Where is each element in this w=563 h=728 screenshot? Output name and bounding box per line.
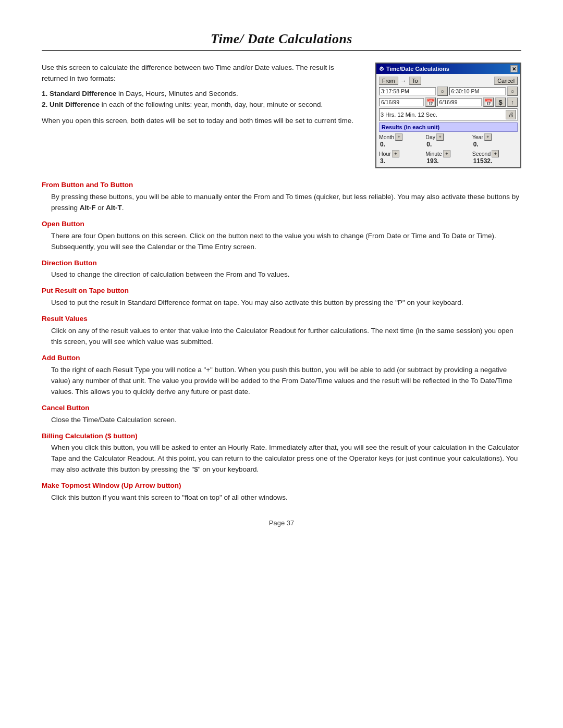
alt-t-bold: Alt-T — [106, 204, 122, 212]
arrow-icon: → — [400, 78, 408, 84]
month-add-btn[interactable]: + — [395, 133, 402, 141]
year-add-btn[interactable]: + — [484, 133, 492, 141]
minute-label: Minute — [425, 151, 442, 157]
item2-bold: 2. Unit Difference — [42, 101, 100, 108]
second-value[interactable]: 11532. — [472, 157, 518, 165]
section-topmost: Make Topmost Window (Up Arrow button) Cl… — [42, 480, 521, 503]
topmost-heading-suffix: (Up Arrow button) — [121, 482, 181, 489]
widget-row-from-to: From → To Cancel — [379, 77, 518, 85]
cancel-button-heading: Cancel Button — [42, 403, 521, 414]
result-bar: 3 Hrs. 12 Min. 12 Sec. 🖨 — [379, 108, 518, 121]
section-direction-button: Direction Button Used to change the dire… — [42, 258, 521, 281]
alt-f-bold: Alt-F — [80, 204, 96, 212]
year-value[interactable]: 0. — [472, 141, 518, 148]
day-add-btn[interactable]: + — [436, 133, 444, 141]
widget-title: Time/Date Calculations — [386, 66, 449, 72]
time-to-field[interactable]: 6:30:10 PM — [449, 87, 506, 95]
intro-paragraph1: Use this screen to calculate the differe… — [42, 63, 361, 84]
day-value[interactable]: 0. — [425, 141, 471, 148]
day-cell: Day + 0. — [425, 133, 471, 148]
widget-row-dates: 6/16/99 📅 6/16/99 📅 $ ↑ — [379, 97, 518, 107]
month-cell: Month + 0. — [379, 133, 424, 148]
cancel-button-body: Close the Time/Date Calculation screen. — [51, 415, 521, 426]
direction-button-heading: Direction Button — [42, 258, 521, 269]
year-cell: Year + 0. — [472, 133, 518, 148]
widget-icon: ⚙ — [379, 66, 384, 72]
item1-text: in Days, Hours, Minutes and Seconds. — [116, 90, 238, 97]
minute-add-btn[interactable]: + — [443, 150, 450, 157]
topmost-heading: Make Topmost Window (Up Arrow button) — [42, 480, 521, 491]
from-button[interactable]: From — [379, 77, 398, 85]
widget-close-button[interactable]: ✕ — [510, 65, 518, 72]
open-btn-date-from[interactable]: 📅 — [425, 97, 436, 107]
direction-button-body: Used to change the direction of calculat… — [51, 269, 521, 280]
from-to-body: By pressing these buttons, you will be a… — [51, 192, 521, 214]
widget-row-times: 3:17:58 PM ○ 6:30:10 PM ○ — [379, 87, 518, 96]
page-number: Page 37 — [42, 519, 521, 527]
intro-items: 1. Standard Difference in Days, Hours, M… — [42, 89, 361, 110]
intro-text: Use this screen to calculate the differe… — [42, 63, 361, 168]
results-header: Results (in each unit) — [379, 122, 518, 132]
time-from-field[interactable]: 3:17:58 PM — [379, 87, 436, 95]
hour-value[interactable]: 3. — [379, 157, 424, 165]
result-bar-text: 3 Hrs. 12 Min. 12 Sec. — [381, 112, 437, 118]
hour-label: Hour — [379, 151, 391, 157]
item2-text: in each of the following units: year, mo… — [100, 101, 323, 108]
result-values-body: Click on any of the result values to ent… — [51, 326, 521, 348]
open-button-heading: Open Button — [42, 219, 521, 230]
add-button-heading: Add Button — [42, 353, 521, 364]
section-result-values: Result Values Click on any of the result… — [42, 314, 521, 348]
item1-bold: 1. Standard Difference — [42, 90, 116, 97]
open-btn-time-from[interactable]: ○ — [437, 87, 448, 96]
billing-dollar-button[interactable]: $ — [495, 97, 506, 107]
body-content: From Button and To Button By pressing th… — [42, 180, 521, 503]
widget-grid-bottom: Hour + 3. Minute + 193. Second + — [379, 150, 518, 165]
day-label: Day — [425, 134, 435, 140]
open-btn-date-to[interactable]: 📅 — [483, 97, 494, 107]
result-values-heading: Result Values — [42, 314, 521, 325]
to-button[interactable]: To — [409, 77, 421, 85]
hour-add-btn[interactable]: + — [392, 150, 399, 157]
second-add-btn[interactable]: + — [492, 150, 499, 157]
cancel-button-widget[interactable]: Cancel — [494, 77, 518, 85]
date-to-field[interactable]: 6/16/99 — [437, 98, 482, 106]
minute-cell: Minute + 193. — [425, 150, 471, 165]
topmost-arrow-button[interactable]: ↑ — [507, 97, 518, 107]
page-title-section: Time/ Date Calculations — [42, 31, 521, 51]
widget-screenshot: ⚙ Time/Date Calculations ✕ From → To Can… — [375, 63, 521, 168]
second-label: Second — [472, 151, 491, 157]
date-from-field[interactable]: 6/16/99 — [379, 98, 424, 106]
put-result-tape-btn[interactable]: 🖨 — [506, 110, 516, 119]
main-content: Use this screen to calculate the differe… — [42, 63, 521, 168]
second-cell: Second + 11532. — [472, 150, 518, 165]
section-billing: Billing Calculation ($ button) When you … — [42, 431, 521, 476]
hour-cell: Hour + 3. — [379, 150, 424, 165]
month-value[interactable]: 0. — [379, 141, 424, 148]
section-put-result: Put Result on Tape button Used to put th… — [42, 286, 521, 309]
billing-heading: Billing Calculation ($ button) — [42, 431, 521, 442]
section-open-button: Open Button There are four Open buttons … — [42, 219, 521, 253]
from-to-heading: From Button and To Button — [42, 180, 521, 191]
year-label: Year — [472, 134, 483, 140]
billing-body: When you click this button, you will be … — [51, 442, 521, 475]
add-button-body: To the right of each Result Type you wil… — [51, 365, 521, 398]
section-add-button: Add Button To the right of each Result T… — [42, 353, 521, 398]
page-title: Time/ Date Calculations — [42, 31, 521, 47]
minute-value[interactable]: 193. — [425, 157, 471, 165]
widget-grid-top: Month + 0. Day + 0. Year + — [379, 133, 518, 148]
widget-body: From → To Cancel 3:17:58 PM ○ 6:30:10 PM… — [376, 74, 520, 167]
put-result-heading: Put Result on Tape button — [42, 286, 521, 297]
open-button-body: There are four Open buttons on this scre… — [51, 231, 521, 253]
section-cancel-button: Cancel Button Close the Time/Date Calcul… — [42, 403, 521, 426]
topmost-body: Click this button if you want this scree… — [51, 492, 521, 503]
section-from-to: From Button and To Button By pressing th… — [42, 180, 521, 214]
widget-titlebar: ⚙ Time/Date Calculations ✕ — [376, 64, 520, 74]
month-label: Month — [379, 134, 394, 140]
open-btn-time-to[interactable]: ○ — [507, 87, 518, 96]
put-result-body: Used to put the result in Standard Diffe… — [51, 298, 521, 309]
intro-paragraph2: When you open this screen, both dates wi… — [42, 116, 361, 127]
